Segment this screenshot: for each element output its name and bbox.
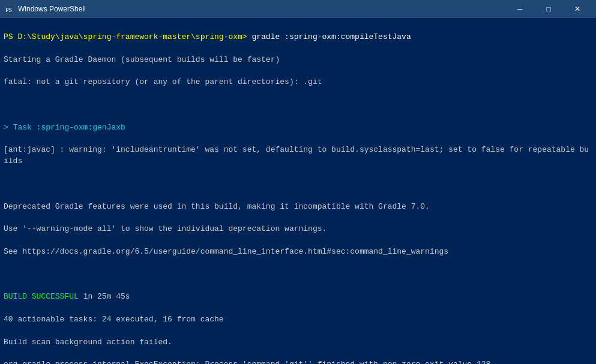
powershell-icon: PS <box>5 4 14 14</box>
minimize-button[interactable]: ─ <box>506 0 534 18</box>
line-2: Starting a Gradle Daemon (subsequent bui… <box>4 55 592 66</box>
window-controls: ─ □ ✕ <box>506 0 591 18</box>
build-success-label: BUILD SUCCESSFUL <box>4 292 79 301</box>
line-6: [ant:javac] : warning: 'includeantruntim… <box>4 145 592 167</box>
line-8: Deprecated Gradle features were used in … <box>4 201 592 213</box>
svg-text:PS: PS <box>5 7 12 13</box>
line-5: > Task :spring-oxm:genJaxb <box>4 122 592 134</box>
line-7 <box>4 179 592 190</box>
line-12: BUILD SUCCESSFUL in 25m 45s <box>4 291 592 303</box>
maximize-button[interactable]: □ <box>535 0 562 18</box>
title-bar: PS Windows PowerShell ─ □ ✕ <box>0 0 596 18</box>
line-3: fatal: not a git repository (or any of t… <box>4 77 592 88</box>
line-4 <box>4 100 592 111</box>
line-15: org.gradle.process.internal.ExecExceptio… <box>4 359 592 364</box>
line-13: 40 actionable tasks: 24 executed, 16 fro… <box>4 314 592 326</box>
terminal-output: PS D:\Study\java\spring-framework-master… <box>0 18 596 364</box>
line-10: See https://docs.gradle.org/6.5/userguid… <box>4 246 592 258</box>
title-bar-left: PS Windows PowerShell <box>5 4 86 14</box>
line-1: PS D:\Study\java\spring-framework-master… <box>4 32 592 43</box>
window-title: Windows PowerShell <box>18 5 86 13</box>
line-9: Use '--warning-mode all' to show the ind… <box>4 224 592 235</box>
line-14: Build scan background action failed. <box>4 337 592 348</box>
close-button[interactable]: ✕ <box>564 0 591 18</box>
line-11 <box>4 269 592 281</box>
